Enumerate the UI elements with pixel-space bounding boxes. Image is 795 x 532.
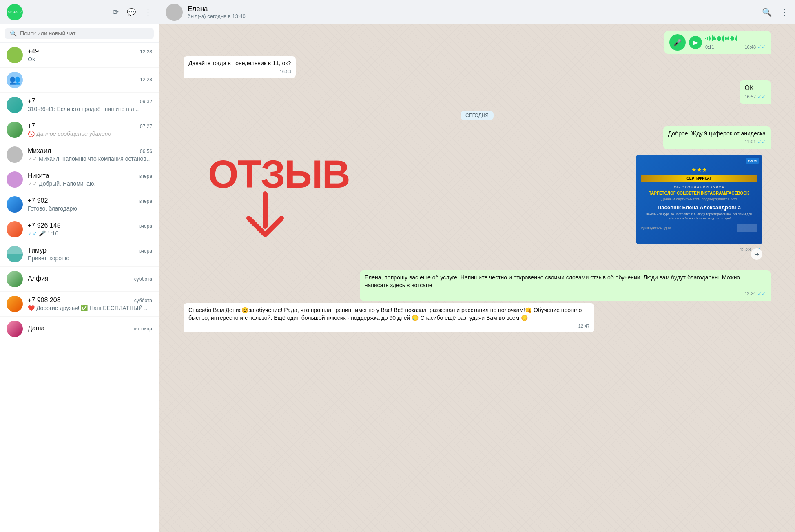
play-button[interactable]: ▶ — [689, 36, 702, 49]
chat-time: вчера — [139, 198, 152, 204]
chat-item[interactable]: Даша пятница — [0, 317, 159, 341]
search-chat-icon[interactable]: 🔍 — [762, 7, 772, 17]
chat-name: Михаил — [28, 147, 51, 155]
sidebar: SPEAKER ⟳ 💬 ⋮ 🔍 +49 12:28 Ok 👥 — [0, 0, 159, 532]
chat-name: Алфия — [28, 275, 49, 282]
chat-preview: Привет, хорошо — [28, 255, 152, 262]
more-options-icon[interactable]: ⋮ — [780, 7, 788, 17]
chat-item[interactable]: +49 12:28 Ok — [0, 43, 159, 68]
avatar — [7, 271, 23, 287]
message-text: Доброе. Жду 9 циферок от анидеска — [668, 130, 766, 138]
chat-preview: Готово, благодарю — [28, 205, 152, 212]
chat-name: +49 — [28, 48, 39, 55]
cert-signature — [737, 224, 757, 232]
message-meta: 11:01 ✓✓ — [668, 139, 766, 146]
chat-preview: 310-86-41: Если кто продаёт пишите в л..… — [28, 106, 152, 112]
chat-item[interactable]: Михаил 06:56 ✓✓Михаил, напомню что компа… — [0, 142, 159, 167]
chat-item-info: Тимур вчера Привет, хорошо — [28, 247, 152, 262]
message-text: Давайте тогда в понедельник в 11, ок? — [188, 60, 291, 68]
chat-item[interactable]: Тимур вчера Привет, хорошо — [0, 242, 159, 267]
chat-icon[interactable]: 💬 — [127, 8, 136, 17]
cert-course-name: ТАРГЕТОЛОГ СОЦСЕТЕЙ INSTAGRAM/FACEBOOK — [649, 191, 749, 195]
chat-time: 09:32 — [140, 99, 152, 104]
avatar — [7, 221, 23, 237]
sync-icon[interactable]: ⟳ — [113, 8, 119, 17]
avatar — [7, 47, 23, 63]
audio-message: 🎤 ▶ 0:11 16:48 ✓✓ — [664, 31, 771, 54]
cert-container: SMM ★★★ Сертификат об окончании курса ТА… — [636, 155, 762, 266]
message-check: ✓✓ — [757, 139, 766, 146]
otziv-big-text: ОТЗЫВ — [208, 155, 636, 194]
cert-sign-label: Руководитель курса — [641, 226, 671, 230]
chat-item[interactable]: Алфия суббота — [0, 267, 159, 292]
chat-preview: Ok — [28, 56, 152, 62]
contact-name: Елена — [188, 5, 757, 13]
message-text: ОК — [744, 84, 766, 93]
cert-meta: 12:23 ✓✓ — [636, 245, 762, 253]
message-row: Давайте тогда в понедельник в 11, ок? 16… — [184, 56, 771, 78]
chat-area: Елена был(-а) сегодня в 13:40 🔍 ⋮ 🎤 ▶ 0:… — [159, 0, 795, 532]
avatar — [7, 97, 23, 113]
message-time: 16:53 — [280, 69, 291, 75]
chat-item-info: +7 908 208 суббота ❤️ Дорогие друзья! ✅ … — [28, 297, 152, 311]
chat-header: Елена был(-а) сегодня в 13:40 🔍 ⋮ — [159, 0, 795, 24]
chat-time: вчера — [139, 248, 152, 254]
search-input-wrap[interactable]: 🔍 — [5, 28, 154, 39]
chat-item[interactable]: +7 926 145 вчера ✓✓🎤 1:16 — [0, 217, 159, 242]
message-check: ✓✓ — [757, 290, 766, 297]
avatar — [7, 246, 23, 262]
message-meta: 16:53 — [188, 69, 291, 75]
chat-name: +7 902 — [28, 197, 48, 204]
chat-time: пятница — [134, 326, 152, 332]
chat-preview: ❤️ Дорогие друзья! ✅ Наш БЕСПЛАТНЫЙ ... — [28, 305, 152, 311]
message-row: Спасибо Вам Денис😊за обучение! Рада, что… — [184, 303, 771, 333]
chat-item[interactable]: 👥 12:28 — [0, 68, 159, 93]
message-row: 🎤 ▶ 0:11 16:48 ✓✓ — [184, 31, 771, 54]
chat-item-info: +49 12:28 Ok — [28, 48, 152, 62]
sidebar-header-icons: ⟳ 💬 ⋮ — [113, 7, 152, 17]
chat-item[interactable]: Никита вчера ✓✓Добрый. Напоминаю, — [0, 167, 159, 192]
chat-item[interactable]: +7 902 вчера Готово, благодарю — [0, 192, 159, 217]
chat-item-info: +7 09:32 310-86-41: Если кто продаёт пиш… — [28, 98, 152, 112]
chat-item[interactable]: +7 908 208 суббота ❤️ Дорогие друзья! ✅ … — [0, 292, 159, 317]
audio-waveform — [705, 35, 766, 42]
chat-time: суббота — [134, 276, 152, 282]
chat-name: Тимур — [28, 247, 47, 254]
contact-avatar — [166, 4, 183, 21]
chat-name: +7 — [28, 122, 35, 130]
message-time: 11:01 — [744, 139, 756, 145]
message-meta: 16:57 ✓✓ — [744, 93, 766, 100]
date-separator: СЕГОДНЯ — [184, 111, 771, 120]
avatar — [7, 171, 23, 188]
avatar — [7, 296, 23, 312]
message-row: ОК 16:57 ✓✓ — [184, 80, 771, 104]
message-bubble: Елена, попрошу вас еще об услуге. Напиши… — [360, 270, 771, 301]
chat-item-info: Никита вчера ✓✓Добрый. Напоминаю, — [28, 172, 152, 187]
date-label: СЕГОДНЯ — [461, 111, 494, 120]
message-time: 16:48 — [744, 44, 756, 49]
avatar — [7, 196, 23, 213]
chat-item[interactable]: +7 09:32 310-86-41: Если кто продаёт пиш… — [0, 93, 159, 117]
chat-item[interactable]: +7 07:27 🚫 Данное сообщение удалено — [0, 117, 159, 142]
chat-preview: ✓✓Добрый. Напоминаю, — [28, 180, 152, 187]
chat-item-info: +7 07:27 🚫 Данное сообщение удалено — [28, 122, 152, 137]
message-text: Спасибо Вам Денис😊за обучение! Рада, что… — [188, 306, 589, 322]
chat-time: 12:28 — [140, 49, 152, 55]
message-row: Елена, попрошу вас еще об услуге. Напиши… — [184, 270, 771, 301]
menu-icon[interactable]: ⋮ — [144, 7, 152, 17]
message-bubble: Доброе. Жду 9 циферок от анидеска 11:01 … — [663, 126, 771, 149]
chat-name: +7 908 208 — [28, 297, 61, 304]
search-input[interactable] — [20, 30, 149, 37]
cert-footer: Руководитель курса — [641, 224, 757, 232]
avatar: 👥 — [7, 72, 23, 88]
contact-status: был(-а) сегодня в 13:40 — [188, 13, 757, 19]
message-time: 16:57 — [744, 94, 756, 100]
sidebar-header-left: SPEAKER — [7, 4, 23, 20]
chat-time: вчера — [139, 173, 152, 179]
chat-preview: 🚫 Данное сообщение удалено — [28, 131, 152, 137]
audio-duration: 0:11 — [705, 44, 714, 49]
certificate-image: SMM ★★★ Сертификат об окончании курса ТА… — [636, 155, 762, 244]
search-bar: 🔍 — [0, 24, 159, 43]
forward-button[interactable]: ↪ — [751, 248, 762, 260]
message-time: 12:24 — [744, 290, 756, 297]
